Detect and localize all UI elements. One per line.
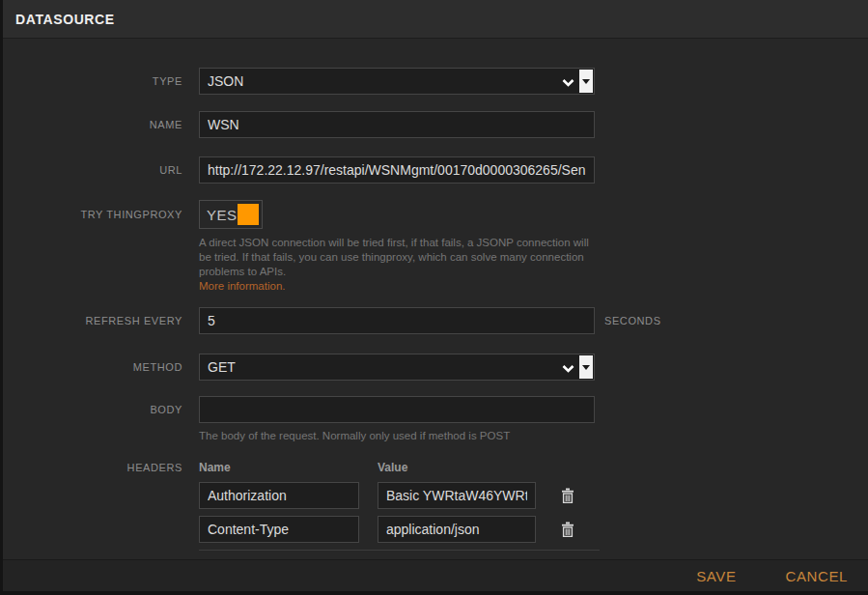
header-row-authorization xyxy=(199,482,600,509)
name-input[interactable] xyxy=(199,111,595,138)
method-row: METHOD GET xyxy=(3,354,868,381)
trash-icon xyxy=(561,522,574,537)
headers-divider xyxy=(199,550,600,551)
header-value-input[interactable] xyxy=(378,516,536,543)
header-value-input[interactable] xyxy=(378,482,536,509)
method-select-value: GET xyxy=(208,359,236,375)
delete-header-button[interactable] xyxy=(561,488,574,503)
headers-value-column-label: Value xyxy=(378,461,407,474)
headers-label: HEADERS xyxy=(3,461,182,474)
thingproxy-help-text: A direct JSON connection will be tried f… xyxy=(199,236,601,294)
body-help-text: The body of the request. Normally only u… xyxy=(199,429,595,442)
body-input[interactable] xyxy=(199,396,595,423)
name-row: NAME xyxy=(3,111,868,138)
datasource-form: TYPE JSON NAME URL TRY T xyxy=(3,39,868,573)
url-input[interactable] xyxy=(199,156,595,184)
datasource-dialog: DATASOURCE TYPE JSON NAME URL xyxy=(3,0,868,591)
method-label: METHOD xyxy=(3,361,182,373)
url-label: URL xyxy=(3,164,182,176)
headers-row: HEADERS Name Value xyxy=(3,461,868,573)
header-name-input[interactable] xyxy=(199,482,359,509)
type-select-value: JSON xyxy=(208,73,243,89)
trash-icon xyxy=(561,488,574,503)
body-label: BODY xyxy=(3,396,182,423)
more-information-link[interactable]: More information. xyxy=(199,279,601,294)
thingproxy-label: TRY THINGPROXY xyxy=(3,200,182,229)
thingproxy-row: TRY THINGPROXY YES A direct JSON connect… xyxy=(3,200,868,294)
refresh-suffix-label: SECONDS xyxy=(604,315,661,326)
header-name-input[interactable] xyxy=(199,516,359,543)
name-label: NAME xyxy=(3,119,182,130)
refresh-label: REFRESH EVERY xyxy=(3,315,182,326)
url-row: URL xyxy=(3,156,868,184)
select-native-arrow[interactable] xyxy=(579,70,593,93)
dialog-titlebar: DATASOURCE xyxy=(3,0,868,39)
header-row-content-type xyxy=(199,516,600,543)
thingproxy-toggle-state: YES xyxy=(207,207,238,223)
dialog-title: DATASOURCE xyxy=(15,12,115,27)
select-native-arrow[interactable] xyxy=(579,355,593,379)
type-select[interactable]: JSON xyxy=(199,68,595,95)
caret-down-icon xyxy=(582,79,590,84)
headers-column-headers: Name Value xyxy=(199,461,600,474)
body-row: BODY The body of the request. Normally o… xyxy=(3,396,868,442)
headers-name-column-label: Name xyxy=(199,461,378,474)
method-select[interactable]: GET xyxy=(199,354,595,381)
toggle-on-indicator xyxy=(238,204,259,225)
refresh-row: REFRESH EVERY SECONDS xyxy=(3,307,868,334)
chevron-down-icon xyxy=(562,365,574,373)
thingproxy-toggle[interactable]: YES xyxy=(199,200,263,229)
refresh-input[interactable] xyxy=(199,307,595,334)
save-button[interactable]: SAVE xyxy=(696,568,736,584)
delete-header-button[interactable] xyxy=(561,522,574,537)
caret-down-icon xyxy=(582,365,590,370)
cancel-button[interactable]: CANCEL xyxy=(786,568,848,584)
thingproxy-help-body: A direct JSON connection will be tried f… xyxy=(199,237,589,277)
dialog-footer: SAVE CANCEL xyxy=(3,559,868,591)
type-label: TYPE xyxy=(3,75,182,87)
type-row: TYPE JSON xyxy=(3,68,868,95)
chevron-down-icon xyxy=(562,79,574,87)
